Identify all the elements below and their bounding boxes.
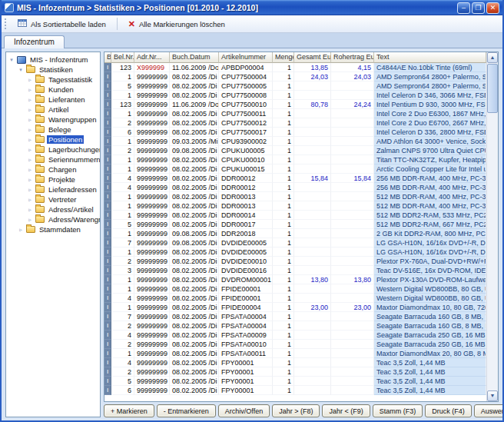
jahr-f9-button[interactable]: Jahr < (F9) [322,404,370,417]
table-row[interactable]: I123X99999911.06.2009 /DoAPBDP00004113,8… [104,63,486,72]
column-header-rohertrag-euro[interactable]: Rohertrag Euro [331,52,374,63]
table-row[interactable]: I19999999908.02.2005 /DiFPIDE000011Weste… [104,284,486,294]
table-row[interactable]: I29999999908.02.2005 /DiFPY000011Teac 3,… [104,367,486,377]
table-row[interactable]: I29999999908.02.2005 /DiDVDIDE000101Plex… [104,257,486,266]
toolbar-grip[interactable] [5,18,7,29]
column-header-artikelnummer[interactable]: Artikelnummer [219,52,273,63]
column-header-text[interactable]: Text [374,52,486,63]
clear-marks-button[interactable]: ✕ Alle Markierungen löschen [122,18,231,31]
table-row[interactable]: I49999999908.02.2005 /DiDDR000121256 MB … [104,183,486,192]
table-row[interactable]: I19999999909.03.2005 /MiCPU939000021AMD … [104,137,486,146]
tree-item-mis-infozentrum[interactable]: ▾MIS - Infozentrum [6,55,100,65]
expanded-icon[interactable]: ▾ [18,67,24,73]
tree-item-adress-artikel[interactable]: ▹Adress/Artikel [6,204,100,214]
table-row[interactable]: I19999999908.02.2005 /DiDDR000131512 MB … [104,192,486,201]
tree-item-warengruppen[interactable]: ▹Warengruppen [6,115,100,125]
vertical-scrollbar[interactable]: ▲ ▼ [486,52,498,401]
table-row[interactable]: I19999999908.02.2005 /DiCPUKU000151Arcti… [104,164,486,174]
collapsed-icon[interactable]: ▹ [27,177,33,183]
tree-item-stammdaten[interactable]: ▹Stammdaten [6,224,100,234]
table-row[interactable]: I19999999908.02.2005 /DiFPIDE00004123,00… [104,303,486,312]
collapsed-icon[interactable]: ▹ [27,117,33,123]
table-row[interactable]: I19999999908.02.2005 /DiCPUKU000101Titan… [104,155,486,164]
tree-item-lieferadressen[interactable]: ▹Lieferadressen [6,184,100,194]
tree-item-statistiken[interactable]: ▾Statistiken [6,65,100,75]
tree-item-positionen[interactable]: ▹Positionen [6,135,100,145]
collapsed-icon[interactable]: ▹ [27,157,33,163]
column-header-bel-nr[interactable]: Bel.Nr... [111,52,134,63]
tree-item-belege[interactable]: ▹Belege [6,125,100,135]
close-button[interactable]: ✕ [486,2,499,14]
collapsed-icon[interactable]: ▹ [27,87,33,93]
tree-item-artikel[interactable]: ▹Artikel [6,105,100,115]
table-row[interactable]: I69999999908.02.2005 /DiCPU775000171Inte… [104,128,486,137]
jahr-f8-button[interactable]: Jahr > (F8) [272,404,320,417]
collapsed-icon[interactable]: ▹ [27,97,33,103]
collapsed-icon[interactable]: ▹ [27,147,33,153]
auswertung-button[interactable]: Auswertung [474,404,504,417]
table-row[interactable]: I79999999909.08.2005 /DiDVDIDE000051LG G… [104,238,486,248]
scroll-up-icon[interactable]: ▲ [487,52,498,63]
column-header-buch-datum[interactable]: Buch.Datum [170,52,219,63]
stamm-f3-button[interactable]: Stamm (F3) [373,404,423,417]
grid-body[interactable]: I123X99999911.06.2009 /DoAPBDP00004113,8… [104,63,486,401]
table-row[interactable]: I19999999908.02.2005 /DiDDR000141512 MB … [104,211,486,220]
collapsed-icon[interactable]: ▹ [27,197,33,203]
table-row[interactable]: I19999999908.02.2005 /DiCPU775000111Inte… [104,109,486,118]
column-header-menge[interactable]: Menge [273,52,294,63]
scrollbar-thumb[interactable] [487,64,498,113]
tab-infozentrum[interactable]: Infozentrum [4,35,65,48]
collapsed-icon[interactable]: ▹ [27,187,33,193]
collapsed-icon[interactable]: ▹ [27,137,33,143]
collapsed-icon[interactable]: ▹ [27,77,33,83]
table-row[interactable]: I19999999908.02.2005 /DiDVDIDE000051LG G… [104,248,486,257]
tree-item-chargen[interactable]: ▹Chargen [6,164,100,174]
table-row[interactable]: I59999999908.02.2005 /DiDDR000171512 MB … [104,220,486,229]
collapsed-icon[interactable]: ▹ [27,107,33,113]
table-row[interactable]: I19999999908.02.2005 /DiCPU775000081Inte… [104,91,486,100]
scroll-down-icon[interactable]: ▼ [487,390,498,401]
tree-item-lieferanten[interactable]: ▹Lieferanten [6,95,100,105]
collapsed-icon[interactable]: ▹ [27,207,33,213]
table-row[interactable]: I49999999908.02.2005 /DiFPY000011Teac 3,… [104,358,486,367]
table-row[interactable]: I19999999909.08.2005 /DiDDR2001812 GB Ki… [104,229,486,238]
table-row[interactable]: I79999999908.02.2005 /DiFPSATA000041Seag… [104,312,486,321]
collapsed-icon[interactable]: ▹ [18,227,24,233]
table-row[interactable]: I19999999908.02.2005 /DiDDR000131512 MB … [104,201,486,211]
table-row[interactable]: I19999999908.02.2005 /DiCPU77500004124,0… [104,72,486,81]
table-row[interactable]: I19999999908.02.2005 /DiFPSATA000111Maxt… [104,349,486,358]
table-row[interactable]: I39999999908.02.2005 /DiDVDIDE000161Teac… [104,266,486,275]
collapsed-icon[interactable]: ▹ [27,127,33,133]
table-row[interactable]: I49999999908.02.2005 /DiFPSATA000091Seag… [104,331,486,340]
tree-item-kunden[interactable]: ▹Kunden [6,85,100,95]
tree-item-projekte[interactable]: ▹Projekte [6,174,100,184]
column-header-b[interactable]: B [104,52,111,63]
table-row[interactable]: I49999999908.02.2005 /DiDDR00012115,8415… [104,174,486,183]
table-row[interactable]: I29999999908.02.2005 /DiFPSATA000041Seag… [104,321,486,331]
table-row[interactable]: I29999999909.08.2005 /DiCPUKU000051Zalma… [104,146,486,155]
table-row[interactable]: I59999999908.02.2005 /DiCPU775000051AMD … [104,81,486,91]
tree-item-tagesstatistik[interactable]: ▹Tagesstatistik [6,75,100,85]
collapsed-icon[interactable]: ▹ [27,217,33,223]
markieren-button[interactable]: + Markieren [104,404,154,417]
maximize-button[interactable]: ❐ [472,2,485,14]
table-row[interactable]: I29999999908.02.2005 /DiFPSATA000101Seag… [104,340,486,349]
expanded-icon[interactable]: ▾ [8,57,15,63]
tree-item-seriennummern[interactable]: ▹Seriennummern [6,155,100,164]
load-sort-table-button[interactable]: Als Sortiertabelle laden [12,16,112,32]
scrollbar-track[interactable] [487,63,498,390]
column-header-gesamt-euro[interactable]: Gesamt Euro [294,52,331,63]
druck-f4-button[interactable]: Druck (F4) [425,404,472,417]
column-header-adr-nr[interactable]: Adr.Nr... [134,52,170,63]
table-row[interactable]: I29999999908.02.2005 /DiCPU775000121Inte… [104,118,486,128]
table-row[interactable]: I1239999999911.06.2009 /DoCPU77500010180… [104,100,486,109]
table-row[interactable]: I19999999908.02.2005 /DiDVDROM00001113,8… [104,275,486,284]
tree-item-adress-warengruppen[interactable]: ▹Adress/Warengruppen [6,214,100,224]
table-row[interactable]: I69999999908.02.2005 /DiFPY000011Teac 3,… [104,386,486,395]
table-row[interactable]: I49999999908.02.2005 /DiFPIDE000011Weste… [104,294,486,303]
minimize-button[interactable]: – [457,2,470,14]
collapsed-icon[interactable]: ▹ [27,167,33,173]
tree-item-lagerbuchungen[interactable]: ▹Lagerbuchungen [6,145,100,155]
archiv-offen-button[interactable]: Archiv/Offen [218,404,270,417]
entmarkieren-button[interactable]: - Entmarkieren [157,404,216,417]
